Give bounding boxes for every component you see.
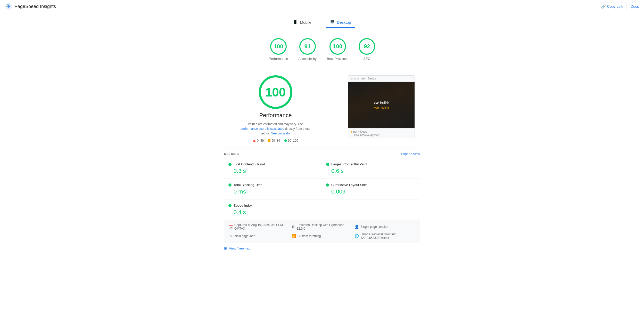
timer-icon: ⏱ [228, 234, 232, 238]
app-title: PageSpeed Insights [14, 4, 56, 9]
metric-cls-name-row: Cumulative Layout Shift [326, 183, 416, 187]
footer-session-text: Single page session [360, 225, 388, 229]
screenshot-image: We build! web-hosting [348, 82, 415, 128]
dot-1 [351, 78, 353, 80]
copy-link-button[interactable]: 🔗 Copy Link [598, 3, 626, 10]
copy-link-label: Copy Link [607, 4, 623, 9]
good-icon [284, 139, 287, 142]
screenshot-bar: net n Design [348, 76, 415, 82]
performance-score: 100 [274, 43, 283, 50]
footer-emulated: 🖥 Emulated Desktop with Lighthouse 12.0.… [292, 223, 353, 230]
big-score-value: 100 [265, 85, 286, 99]
treemap-label: View Treemap [229, 246, 250, 250]
footer-chromium: 🌐 Using HeadlessChromium 127.0.6533.99 w… [354, 232, 416, 240]
header: PageSpeed Insights 🔗 Copy Link Docs [0, 0, 644, 13]
footer-captured: 📅 Captured at Aug 19, 2024, 3:11 PM GMT+… [228, 223, 290, 230]
logo-area: PageSpeed Insights [5, 3, 56, 10]
fail-range: 0–49 [257, 139, 264, 142]
seo-circle: 92 [359, 38, 375, 55]
wifi-icon: 📶 [292, 234, 296, 238]
metric-fcp: First Contentful Paint 0.3 s [224, 158, 322, 179]
metric-empty [322, 199, 420, 220]
screenshot-dots [351, 78, 359, 80]
screenshot-bottom: ■ net n Design knwl Creative Agency! [348, 128, 415, 138]
main-content: 100 Performance 91 Accessibility 100 Bes… [219, 28, 425, 259]
best-practices-circle: 100 [329, 38, 346, 55]
metric-si-name-row: Speed Index [228, 204, 318, 207]
metric-lcp-dot [326, 163, 329, 166]
metrics-title: METRICS [224, 152, 239, 156]
pagespeed-logo-icon [5, 3, 12, 10]
screenshot-brand-bottom: knwl Creative Agency! [351, 134, 412, 136]
tab-mobile[interactable]: 📱 Mobile [289, 17, 315, 28]
expand-view-button[interactable]: Expand view [401, 152, 420, 156]
desc-text: Values are estimated and may vary. The [248, 122, 303, 126]
performance-score-link[interactable]: performance score is calculated [241, 127, 284, 131]
metric-si-value: 0.4 s [228, 209, 318, 216]
score-card-performance[interactable]: 100 Performance [269, 38, 288, 61]
performance-description: Values are estimated and may vary. The p… [240, 122, 312, 136]
metric-fcp-name-row: First Contentful Paint [228, 162, 318, 166]
screenshot-brand-top: ■ net n Design [351, 130, 412, 133]
legend-average: 50–89 [268, 139, 280, 142]
score-legend: 0–49 50–89 90–100 [253, 139, 298, 142]
metric-tbt: Total Blocking Time 0 ms [224, 179, 322, 199]
chromium-icon: 🌐 [354, 234, 359, 238]
metric-cls-name: Cumulative Layout Shift [331, 183, 367, 187]
big-score-circle: 100 [259, 75, 292, 109]
fail-icon [253, 139, 256, 142]
score-cards: 100 Performance 91 Accessibility 100 Bes… [224, 33, 420, 65]
seo-label: SEO [363, 57, 370, 61]
svg-point-1 [8, 5, 10, 7]
metric-lcp: Largest Contentful Paint 0.6 s [322, 158, 420, 179]
accessibility-label: Accessibility [298, 57, 317, 61]
tab-desktop-label: Desktop [337, 20, 351, 25]
score-card-accessibility[interactable]: 91 Accessibility [298, 38, 317, 61]
calendar-icon: 📅 [228, 225, 233, 229]
desktop-icon: 🖥️ [330, 20, 335, 25]
metric-cls: Cumulative Layout Shift 0.009 [322, 179, 420, 199]
performance-section: 100 Performance Values are estimated and… [224, 65, 420, 148]
footer-info: 📅 Captured at Aug 19, 2024, 3:11 PM GMT+… [224, 220, 420, 243]
metric-si-dot [228, 204, 232, 207]
metric-si-name: Speed Index [234, 204, 252, 207]
seo-score: 92 [364, 43, 370, 50]
mobile-icon: 📱 [293, 20, 298, 25]
footer-chromium-text: Using HeadlessChromium 127.0.6533.99 wit… [360, 232, 416, 240]
best-practices-label: Best Practices [327, 57, 348, 61]
average-icon [268, 139, 270, 142]
accessibility-circle: 91 [299, 38, 316, 55]
metric-cls-dot [326, 183, 329, 187]
score-card-best-practices[interactable]: 100 Best Practices [327, 38, 348, 61]
performance-title: Performance [259, 112, 292, 119]
performance-circle: 100 [270, 38, 287, 55]
metric-tbt-name: Total Blocking Time [234, 183, 262, 187]
footer-session: 👤 Single page session [354, 223, 416, 230]
dot-2 [354, 78, 356, 80]
desktop-small-icon: 🖥 [292, 225, 295, 229]
section-divider [335, 75, 335, 142]
performance-right: net n Design We build! web-hosting ■ net… [348, 75, 415, 138]
performance-left: 100 Performance Values are estimated and… [229, 75, 322, 142]
metric-fcp-name: First Contentful Paint [234, 162, 265, 166]
footer-captured-text: Captured at Aug 19, 2024, 3:11 PM GMT+3 [234, 223, 290, 230]
view-treemap-link[interactable]: ⊞ View Treemap [224, 243, 420, 253]
metric-si: Speed Index 0.4 s [224, 199, 322, 220]
footer-throttling: 📶 Custom throttling [292, 232, 353, 240]
brand-name-top: net n Design [353, 130, 369, 133]
footer-initial-load-text: Initial page load [234, 234, 255, 238]
footer-throttling-text: Custom throttling [298, 234, 321, 238]
footer-emulated-text: Emulated Desktop with Lighthouse 12.0.0 [297, 223, 353, 230]
screenshot-bar-label: net n Design [361, 77, 376, 80]
score-card-seo[interactable]: 92 SEO [359, 38, 375, 61]
calculator-link[interactable]: See calculator. [271, 132, 292, 135]
metric-lcp-name: Largest Contentful Paint [331, 162, 367, 166]
desc-link2: See calculator. [271, 132, 292, 135]
footer-initial-load: ⏱ Initial page load [228, 232, 290, 240]
tab-mobile-label: Mobile [300, 20, 311, 25]
metrics-header: METRICS Expand view [224, 148, 420, 158]
metric-tbt-name-row: Total Blocking Time [228, 183, 318, 187]
best-practices-score: 100 [333, 43, 342, 50]
docs-link[interactable]: Docs [631, 4, 639, 9]
tab-desktop[interactable]: 🖥️ Desktop [326, 17, 355, 28]
